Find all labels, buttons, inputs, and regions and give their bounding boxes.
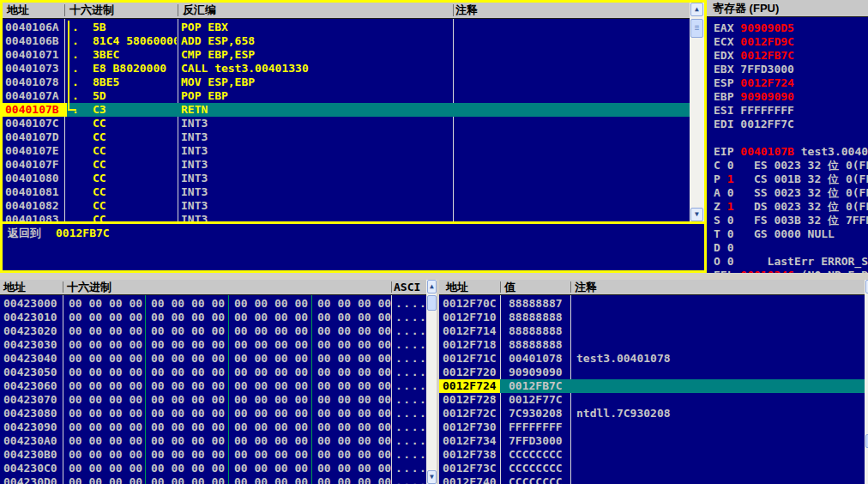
register-row[interactable]: O 0 LastErr ERROR_SUCC: [714, 255, 868, 269]
column-header-address: 地址: [3, 281, 26, 294]
stack-row[interactable]: 0012F740CCCCCCCC: [439, 475, 865, 484]
hex-byte-group: 00 00 00 00: [234, 324, 308, 338]
scroll-down-button[interactable]: ▼: [690, 208, 703, 221]
instruction: INT3: [181, 199, 208, 213]
disasm-row[interactable]: 00401082CCINT3: [3, 199, 690, 213]
dump-row[interactable]: 0042302000 00 00 0000 00 00 0000 00 00 0…: [0, 324, 426, 338]
register-row[interactable]: ESI FFFFFFFF: [714, 104, 868, 118]
dump-row[interactable]: 004230D000 00 00 0000 00 00 0000 00 00 0…: [0, 475, 426, 484]
stack-row[interactable]: 0012F738CCCCCCCC: [439, 448, 865, 462]
stack-row[interactable]: 0012F70C88888887: [439, 297, 865, 311]
return-to-address: 0012FB7C: [56, 227, 110, 240]
address-cell: 0040107D: [3, 130, 67, 144]
scroll-up-button[interactable]: ▲: [690, 3, 703, 16]
comment-cell: test3.00401078: [576, 352, 671, 366]
ascii-cell: ....: [395, 297, 426, 311]
register-row[interactable]: EIP 0040107B test3.0040: [714, 145, 868, 159]
stack-row[interactable]: 0012F71C00401078test3.00401078: [439, 352, 865, 366]
register-text: 0012FB7C: [740, 49, 794, 62]
instruction: INT3: [181, 158, 208, 172]
instruction: CALL test3.00401330: [181, 62, 309, 76]
window-separator[interactable]: [0, 273, 868, 280]
disasm-row[interactable]: 0040107A.5DPOP EBP: [3, 89, 690, 103]
stack-row[interactable]: 0012F71088888888: [439, 311, 865, 324]
dump-row[interactable]: 0042308000 00 00 0000 00 00 0000 00 00 0…: [0, 407, 426, 420]
stack-row[interactable]: 0012F72C7C930208ntdll.7C930208: [439, 407, 865, 420]
hex-bytes: 8BE5: [93, 76, 177, 89]
register-row[interactable]: EDI 0012FF7C: [714, 118, 868, 131]
scroll-down-button[interactable]: ▼: [427, 470, 437, 484]
register-row[interactable]: EBX 7FFD3000: [714, 63, 868, 76]
instruction-prefix: .: [72, 48, 79, 62]
disasm-row[interactable]: 00401083CCINT3: [3, 213, 690, 221]
disasm-row[interactable]: 00401073.E8 B8020000CALL test3.00401330: [3, 62, 690, 76]
address-cell: 0012F728: [439, 393, 500, 407]
value-cell: 0012FB7C: [509, 379, 563, 393]
scroll-thumb[interactable]: [427, 295, 437, 311]
hex-bytes: CC: [93, 185, 177, 199]
dump-row[interactable]: 0042306000 00 00 0000 00 00 0000 00 00 0…: [0, 379, 426, 393]
disasm-row[interactable]: 0040106B.81C4 58060000ADD ESP,658: [3, 34, 690, 48]
dump-row[interactable]: 004230C000 00 00 0000 00 00 0000 00 00 0…: [0, 462, 426, 475]
ascii-cell: ....: [395, 311, 426, 324]
register-row[interactable]: S 0 FS 003B 32 位 7FFD: [714, 214, 868, 227]
disasm-row[interactable]: 00401071.3BECCMP EBP,ESP: [3, 48, 690, 62]
register-row[interactable]: EDX 0012FB7C: [714, 49, 868, 63]
dump-row[interactable]: 0042301000 00 00 0000 00 00 0000 00 00 0…: [0, 311, 426, 324]
register-row[interactable]: A 0 SS 0023 32 位 0(FF: [714, 186, 868, 200]
dump-row[interactable]: 0042305000 00 00 0000 00 00 0000 00 00 0…: [0, 366, 426, 379]
ascii-cell: ....: [395, 434, 426, 448]
disasm-row[interactable]: 0040107CCCINT3: [3, 117, 690, 130]
registers-title: 寄存器 (FPU): [713, 2, 779, 15]
stack-row[interactable]: 0012F7240012FB7C: [439, 379, 865, 393]
dump-row[interactable]: 0042303000 00 00 0000 00 00 0000 00 00 0…: [0, 338, 426, 352]
register-row[interactable]: ESP 0012F724: [714, 76, 868, 90]
disasm-row[interactable]: 0040107DCCINT3: [3, 130, 690, 144]
address-cell: 0012F724: [439, 379, 500, 393]
register-row[interactable]: EAX 909090D5: [714, 21, 868, 35]
stack-row[interactable]: 0012F7280012F77C: [439, 393, 865, 407]
register-text: ESP: [714, 76, 740, 89]
disasm-row[interactable]: 0040107FCCINT3: [3, 158, 690, 172]
scroll-up-button[interactable]: ▲: [427, 280, 437, 293]
instruction: INT3: [181, 117, 208, 130]
register-row[interactable]: D 0: [714, 241, 868, 255]
dump-row[interactable]: 0042309000 00 00 0000 00 00 0000 00 00 0…: [0, 420, 426, 434]
stack-row[interactable]: 0012F72090909090: [439, 366, 865, 379]
dump-row[interactable]: 004230A000 00 00 0000 00 00 0000 00 00 0…: [0, 434, 426, 448]
disasm-row[interactable]: 00401081CCINT3: [3, 185, 690, 199]
register-row[interactable]: T 0 GS 0000 NULL: [714, 227, 868, 241]
disasm-row[interactable]: 00401080CCINT3: [3, 172, 690, 185]
ascii-cell: ....: [395, 324, 426, 338]
disasm-row[interactable]: 0040107ECCINT3: [3, 144, 690, 158]
stack-scrollbar[interactable]: [865, 280, 868, 484]
register-text: DS 0023 32 位 0(FF: [733, 200, 868, 213]
dump-row[interactable]: 0042300000 00 00 0000 00 00 0000 00 00 0…: [0, 297, 426, 311]
scroll-thumb[interactable]: ≡: [690, 19, 703, 38]
disasm-row[interactable]: 0040107B.C3RETN: [3, 103, 690, 117]
dump-row[interactable]: 0042307000 00 00 0000 00 00 0000 00 00 0…: [0, 393, 426, 407]
register-row[interactable]: C 0 ES 0023 32 位 0(FF: [714, 159, 868, 172]
stack-row[interactable]: 0012F730FFFFFFFF: [439, 420, 865, 434]
instruction-prefix: .: [72, 21, 79, 34]
value-cell: 88888887: [509, 297, 563, 311]
register-row[interactable]: P 1 CS 001B 32 位 0(FF: [714, 172, 868, 186]
register-row[interactable]: ECX 0012FD9C: [714, 35, 868, 49]
stack-row[interactable]: 0012F71488888888: [439, 324, 865, 338]
disasm-row[interactable]: 00401078.8BE5MOV ESP,EBP: [3, 76, 690, 89]
disasm-scrollbar[interactable]: ▲ ≡ ▼: [690, 3, 704, 221]
stack-row[interactable]: 0012F71888888888: [439, 338, 865, 352]
hex-byte-group: 00 00 00 00: [151, 379, 225, 393]
stack-row[interactable]: 0012F7347FFD3000: [439, 434, 865, 448]
register-row[interactable]: EBP 90909090: [714, 90, 868, 104]
hex-byte-group: 00 00 00 00: [317, 420, 391, 434]
instruction-prefix: .: [72, 76, 79, 89]
stack-row[interactable]: 0012F73CCCCCCCCC: [439, 462, 865, 475]
register-row[interactable]: [714, 131, 868, 145]
disasm-row[interactable]: 0040106A.5BPOP EBX: [3, 21, 690, 34]
stack-body: 0012F70C888888870012F710888888880012F714…: [439, 295, 865, 484]
dump-row[interactable]: 0042304000 00 00 0000 00 00 0000 00 00 0…: [0, 352, 426, 366]
value-cell: CCCCCCCC: [509, 475, 563, 484]
dump-row[interactable]: 004230B000 00 00 0000 00 00 0000 00 00 0…: [0, 448, 426, 462]
register-row[interactable]: Z 1 DS 0023 32 位 0(FF: [714, 200, 868, 214]
